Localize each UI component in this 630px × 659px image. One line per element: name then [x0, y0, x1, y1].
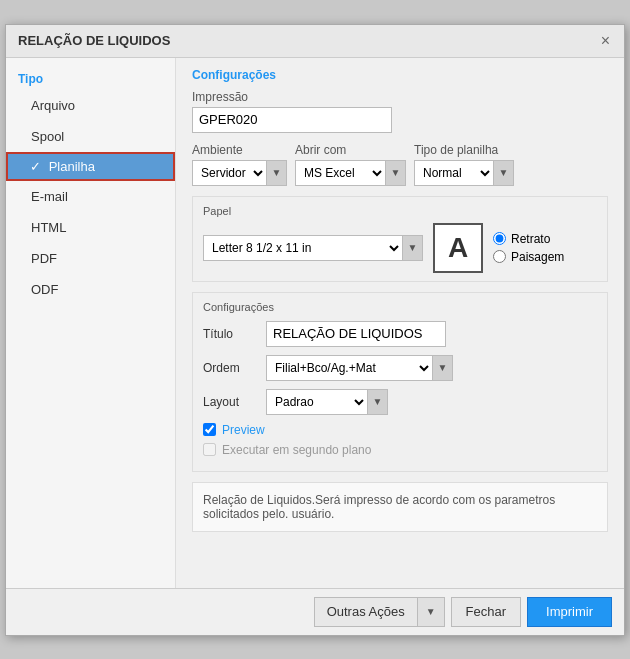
abrir-com-group: Abrir com MS Excel LibreOffice OpenOffic… [295, 143, 406, 186]
main-content: Configurações Impressão Ambiente Servido… [176, 58, 624, 588]
fechar-button[interactable]: Fechar [451, 597, 521, 627]
layout-label: Layout [203, 395, 258, 409]
papel-select-arrow[interactable]: ▼ [402, 236, 422, 260]
check-icon: ✓ [30, 159, 41, 174]
papel-select[interactable]: Letter 8 1/2 x 11 in A4 A3 Legal [204, 236, 402, 260]
ordem-row: Ordem Filial+Bco/Ag.+Mat Filial+Mat Bco/… [203, 355, 597, 381]
sidebar: Tipo Arquivo Spool ✓ Planilha E-mail HTM… [6, 58, 176, 588]
sidebar-item-email[interactable]: E-mail [6, 181, 175, 212]
dialog-body: Tipo Arquivo Spool ✓ Planilha E-mail HTM… [6, 58, 624, 588]
abrir-com-select[interactable]: MS Excel LibreOffice OpenOffice [296, 161, 385, 185]
sidebar-item-label: HTML [31, 220, 66, 235]
titulo-row: Título [203, 321, 597, 347]
font-preview-icon: A [433, 223, 483, 273]
preview-checkbox[interactable] [203, 423, 216, 436]
outras-acoes-split-button: Outras Ações ▼ [314, 597, 445, 627]
ambiente-group: Ambiente Servidor Local ▼ [192, 143, 287, 186]
sidebar-item-spool[interactable]: Spool [6, 121, 175, 152]
impressao-group: Impressão [192, 90, 608, 133]
ambiente-label: Ambiente [192, 143, 287, 157]
preview-row: Preview [203, 423, 597, 437]
titulo-input[interactable] [266, 321, 446, 347]
paisagem-label: Paisagem [511, 250, 564, 264]
outras-acoes-button[interactable]: Outras Ações [314, 597, 417, 627]
ordem-select-wrap: Filial+Bco/Ag.+Mat Filial+Mat Bco/Ag.+Ma… [266, 355, 453, 381]
dropdowns-row: Ambiente Servidor Local ▼ Abrir com MS E… [192, 143, 608, 186]
dialog-title: RELAÇÃO DE LIQUIDOS [18, 33, 170, 48]
orientation-group: Retrato Paisagem [493, 232, 564, 264]
retrato-row: Retrato [493, 232, 564, 246]
tipo-planilha-group: Tipo de planilha Normal Modelo 1 Modelo … [414, 143, 514, 186]
sidebar-item-label: Spool [31, 129, 64, 144]
abrir-com-select-wrap: MS Excel LibreOffice OpenOffice ▼ [295, 160, 406, 186]
tipo-planilha-select-wrap: Normal Modelo 1 Modelo 2 ▼ [414, 160, 514, 186]
retrato-label: Retrato [511, 232, 550, 246]
ambiente-select-wrap: Servidor Local ▼ [192, 160, 287, 186]
dialog: RELAÇÃO DE LIQUIDOS × Tipo Arquivo Spool… [5, 24, 625, 636]
layout-row: Layout Padrao Layout 1 Layout 2 ▼ [203, 389, 597, 415]
layout-select-wrap: Padrao Layout 1 Layout 2 ▼ [266, 389, 388, 415]
sidebar-item-arquivo[interactable]: Arquivo [6, 90, 175, 121]
retrato-radio[interactable] [493, 232, 506, 245]
tipo-planilha-select-arrow[interactable]: ▼ [493, 161, 513, 185]
dialog-header: RELAÇÃO DE LIQUIDOS × [6, 25, 624, 58]
sidebar-item-planilha[interactable]: ✓ Planilha [6, 152, 175, 181]
tipo-planilha-label: Tipo de planilha [414, 143, 514, 157]
papel-label: Papel [203, 205, 597, 217]
main-section-label: Configurações [192, 68, 608, 82]
info-box: Relação de Liquidos.Será impresso de aco… [192, 482, 608, 532]
executar-row: Executar em segundo plano [203, 443, 597, 457]
abrir-com-select-arrow[interactable]: ▼ [385, 161, 405, 185]
ordem-label: Ordem [203, 361, 258, 375]
ordem-select-arrow[interactable]: ▼ [432, 356, 452, 380]
sidebar-item-odf[interactable]: ODF [6, 274, 175, 305]
sidebar-item-label: PDF [31, 251, 57, 266]
info-text: Relação de Liquidos.Será impresso de aco… [203, 493, 555, 521]
sidebar-item-label: ODF [31, 282, 58, 297]
layout-select-arrow[interactable]: ▼ [367, 390, 387, 414]
outras-acoes-arrow-button[interactable]: ▼ [417, 597, 445, 627]
layout-select[interactable]: Padrao Layout 1 Layout 2 [267, 390, 367, 414]
close-button[interactable]: × [599, 33, 612, 49]
sidebar-item-label: E-mail [31, 189, 68, 204]
paisagem-radio[interactable] [493, 250, 506, 263]
sidebar-item-html[interactable]: HTML [6, 212, 175, 243]
config-section: Configurações Título Ordem Filial+Bco/Ag… [192, 292, 608, 472]
executar-label: Executar em segundo plano [222, 443, 371, 457]
ordem-select[interactable]: Filial+Bco/Ag.+Mat Filial+Mat Bco/Ag.+Ma… [267, 356, 432, 380]
impressao-label: Impressão [192, 90, 608, 104]
imprimir-button[interactable]: Imprimir [527, 597, 612, 627]
sidebar-section-label: Tipo [6, 66, 175, 90]
ambiente-select[interactable]: Servidor Local [193, 161, 266, 185]
config-section-label: Configurações [203, 301, 597, 313]
paisagem-row: Paisagem [493, 250, 564, 264]
papel-select-wrap: Letter 8 1/2 x 11 in A4 A3 Legal ▼ [203, 235, 423, 261]
papel-section: Papel Letter 8 1/2 x 11 in A4 A3 Legal ▼… [192, 196, 608, 282]
papel-row: Letter 8 1/2 x 11 in A4 A3 Legal ▼ A Ret… [203, 223, 597, 273]
preview-label: Preview [222, 423, 265, 437]
abrir-com-label: Abrir com [295, 143, 406, 157]
dialog-footer: Outras Ações ▼ Fechar Imprimir [6, 588, 624, 635]
sidebar-item-label: Arquivo [31, 98, 75, 113]
sidebar-item-pdf[interactable]: PDF [6, 243, 175, 274]
executar-checkbox[interactable] [203, 443, 216, 456]
titulo-label: Título [203, 327, 258, 341]
impressao-input[interactable] [192, 107, 392, 133]
sidebar-item-label: Planilha [49, 159, 95, 174]
ambiente-select-arrow[interactable]: ▼ [266, 161, 286, 185]
tipo-planilha-select[interactable]: Normal Modelo 1 Modelo 2 [415, 161, 493, 185]
